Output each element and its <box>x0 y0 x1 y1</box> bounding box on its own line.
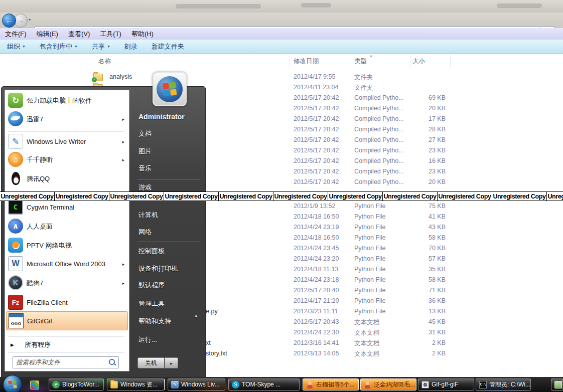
toolbar-button-label: 刻录 <box>124 42 137 51</box>
start-menu-item-label: Microsoft Office Word 2003 <box>27 255 105 274</box>
filezilla-icon <box>8 295 23 310</box>
column-header-size[interactable]: 大小 <box>412 55 425 67</box>
file-type: Python File <box>354 234 386 241</box>
toolbar-button[interactable]: 包含到库中▼ <box>33 42 85 51</box>
file-date: 2012/4/24 23:20 <box>294 255 339 262</box>
start-menu-right-item[interactable]: 管理工具▸ <box>138 298 198 310</box>
taskbar-button[interactable]: Windows Liv... <box>168 378 225 390</box>
toolbar-button[interactable]: 共享▼ <box>85 42 117 51</box>
file-date: 2012/5/17 20:43 <box>294 318 339 325</box>
back-button[interactable]: ← <box>2 14 16 28</box>
quick-launch-icon[interactable] <box>30 380 39 389</box>
start-menu-right-item[interactable]: 计算机 <box>138 209 198 221</box>
shutdown-options-arrow[interactable]: ▸ <box>165 357 178 368</box>
start-menu-item[interactable]: Microsoft Office Word 2003▸ <box>6 255 128 274</box>
taskbar-button-label: 管理员: C:\Wi... <box>489 380 530 389</box>
start-menu-item[interactable]: 强力卸载电脑上的软件 <box>6 91 128 110</box>
taskbar-button-partial[interactable] <box>551 378 563 390</box>
file-date: 2012/3/16 14:41 <box>294 339 339 346</box>
file-date: 2012/4/18 11:13 <box>294 266 338 273</box>
start-menu-item[interactable]: 酷狗7▸ <box>6 274 128 293</box>
file-size: 31 KB <box>401 329 446 336</box>
shutdown-button[interactable]: 关机 <box>137 357 165 368</box>
watermark-cell: Unregistered Copy <box>438 192 492 201</box>
file-type: Compiled Pytho... <box>354 94 404 101</box>
lw-icon <box>171 381 179 388</box>
column-header-date[interactable]: 修改日期 <box>294 55 319 67</box>
taskbar-button-label: TOM-Skype ... <box>242 381 280 388</box>
start-menu-right-item[interactable]: 默认程序 <box>138 279 198 291</box>
start-menu-right-item[interactable]: 图片 <box>138 145 198 157</box>
unregistered-watermark: Unregistered CopyUnregistered CopyUnregi… <box>0 191 563 201</box>
menu-item[interactable]: 文件(F) <box>0 30 32 39</box>
file-type: Compiled Pytho... <box>354 157 404 164</box>
column-header-type[interactable]: 类型 <box>354 55 367 67</box>
file-type: Python File <box>354 297 386 304</box>
menu-item[interactable]: 工具(T) <box>95 30 126 39</box>
file-date: 2012/4/18 16:50 <box>294 213 339 220</box>
taskbar-button[interactable]: BlogsToWor... <box>49 378 104 390</box>
start-menu-item[interactable]: FileZilla Client <box>6 293 128 312</box>
search-input[interactable] <box>13 356 119 368</box>
file-size: 58 KB <box>401 276 446 283</box>
taskbar-button[interactable]: TOM-Skype ... <box>228 378 300 390</box>
file-type: 文本文档 <box>354 350 379 358</box>
toolbar-button[interactable]: 刻录 <box>117 42 145 51</box>
svn-folder-icon <box>93 74 103 81</box>
column-header-name[interactable]: 名称 <box>98 55 111 67</box>
window-titlebar <box>0 0 563 13</box>
start-menu-right-item[interactable]: 音乐 <box>138 162 198 174</box>
toolbar-button[interactable]: 组织▼ <box>0 42 33 51</box>
file-row[interactable]: analysis2012/4/17 9:55文件夹 <box>0 72 563 82</box>
chevron-down-icon: ▼ <box>107 45 110 48</box>
start-menu-right-item[interactable]: 网络 <box>138 226 198 238</box>
taskbar-button[interactable]: Windows 资... <box>107 378 165 390</box>
taskbar-button[interactable]: 管理员: C:\Wi... <box>476 378 531 390</box>
file-date: 2012/4/24 23:45 <box>294 245 339 252</box>
file-size: 13 KB <box>401 308 446 315</box>
taskbar-button[interactable]: Gif-gIf-giF <box>418 378 474 390</box>
file-type: Python File <box>354 245 386 252</box>
file-date: 2012/4/24 22:30 <box>294 329 339 336</box>
menu-item[interactable]: 帮助(H) <box>126 30 159 39</box>
file-date: 2012/5/17 20:42 <box>294 147 339 154</box>
file-size: 20 KB <box>401 105 446 112</box>
file-size: 28 KB <box>401 126 446 133</box>
all-programs-item[interactable]: ▶ 所有程序 <box>6 338 128 352</box>
file-type: 文本文档 <box>354 318 379 327</box>
start-menu-right-item[interactable]: 设备和打印机 <box>138 263 198 275</box>
cmd-icon <box>479 381 487 388</box>
start-menu-item[interactable]: Windows Live Writer▸ <box>6 132 128 151</box>
taskbar-button[interactable]: 石榴裙等5个... <box>303 378 359 390</box>
menu-item[interactable]: 查看(V) <box>63 30 95 39</box>
start-menu-right-item[interactable]: 运行... <box>138 334 198 346</box>
file-date: 2012/1/9 13:52 <box>294 203 335 210</box>
menu-item[interactable]: 编辑(E) <box>32 30 63 39</box>
e-icon <box>52 381 60 388</box>
taskbar: BlogsToWor...Windows 资...Windows Liv...T… <box>0 377 563 392</box>
start-menu-item[interactable]: 人人桌面 <box>6 217 128 236</box>
avatar[interactable] <box>153 72 187 106</box>
start-menu-item[interactable]: PPTV 网络电视 <box>6 236 128 255</box>
file-type: 文本文档 <box>354 329 379 337</box>
start-menu-right-item[interactable]: 文档 <box>138 128 198 140</box>
start-menu-item[interactable]: 迅雷7▸ <box>6 110 128 129</box>
file-type: Compiled Pytho... <box>354 115 404 122</box>
column-separator <box>290 55 290 68</box>
start-menu-item-label: 千千静听 <box>27 150 53 169</box>
file-type: Python File <box>354 224 386 231</box>
start-menu-item[interactable]: GifGifGif <box>6 311 128 330</box>
column-separator <box>410 55 410 68</box>
start-menu-right-item[interactable]: 帮助和支持 <box>138 315 198 327</box>
divider <box>137 241 200 242</box>
file-size: 23 KB <box>401 147 446 154</box>
start-menu-right-item[interactable]: Administrator <box>138 111 198 123</box>
toolbar-button[interactable]: 新建文件夹 <box>145 42 191 51</box>
start-menu-item[interactable]: 千千静听▸ <box>6 150 128 169</box>
ttplayer-icon <box>8 152 23 167</box>
taskbar-button[interactable]: 泛金鸡湖羽毛... <box>360 378 416 390</box>
history-dropdown-icon[interactable]: ▾ <box>29 18 31 22</box>
start-menu-right-item[interactable]: 控制面板 <box>138 245 198 257</box>
start-menu-item[interactable]: 腾讯QQ <box>6 169 128 188</box>
start-button[interactable] <box>3 375 22 392</box>
